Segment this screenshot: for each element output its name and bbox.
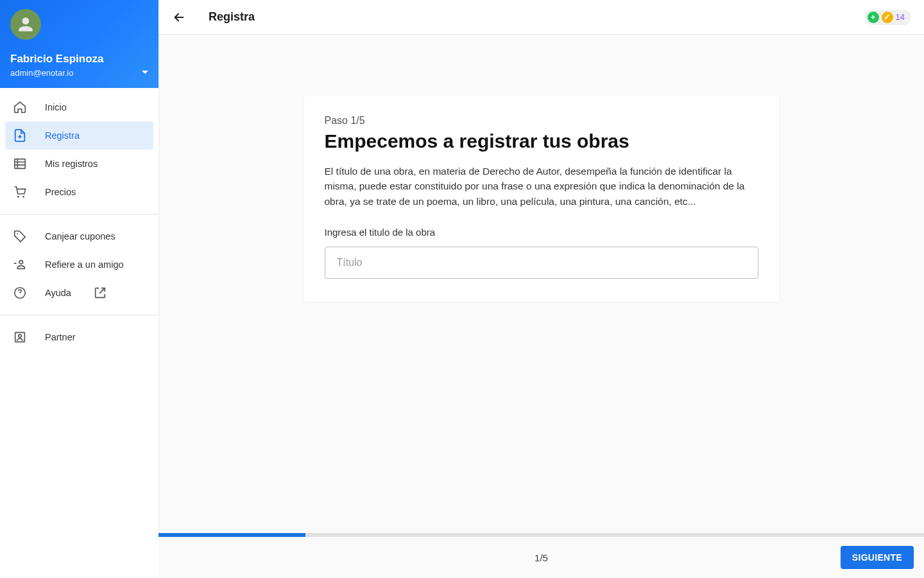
topbar: Registra + ✓ 14: [158, 0, 924, 35]
sidebar-item-ayuda[interactable]: Ayuda: [0, 279, 158, 307]
arrow-left-icon: [172, 10, 186, 24]
sidebar-item-label: Registra: [45, 130, 80, 141]
footer-step: 1/5: [535, 552, 548, 563]
sidebar-item-canjear[interactable]: Canjear cupones: [0, 222, 158, 250]
chevron-down-icon: [142, 71, 148, 74]
card-title: Empecemos a registrar tus obras: [325, 130, 758, 152]
sidebar-header: Fabricio Espinoza admin@enotar.io: [0, 0, 158, 88]
sidebar-item-mis-registros[interactable]: Mis registros: [0, 150, 158, 178]
sidebar-item-partner[interactable]: Partner: [0, 323, 158, 351]
external-link-icon: [93, 286, 107, 300]
user-email: admin@enotar.io: [10, 68, 103, 78]
input-label: Ingresa el titulo de la obra: [325, 227, 758, 238]
step-label: Paso 1/5: [325, 115, 758, 127]
sidebar-item-label: Inicio: [45, 102, 67, 112]
sidebar-item-precios[interactable]: Precios: [0, 178, 158, 206]
register-icon: [13, 128, 27, 143]
sidebar-item-label: Ayuda: [45, 288, 71, 298]
svg-point-2: [22, 196, 24, 198]
coins-count: 14: [896, 12, 905, 22]
next-button[interactable]: SIGUIENTE: [841, 546, 914, 569]
svg-point-7: [19, 335, 22, 338]
sidebar-item-refiere[interactable]: Refiere a un amigo: [0, 250, 158, 279]
tag-icon: [13, 229, 27, 243]
title-input[interactable]: [325, 247, 758, 279]
nav-primary: Inicio Registra Mis registros Precios: [0, 88, 158, 211]
card-description: El título de una obra, en materia de Der…: [325, 164, 758, 209]
group-add-icon: [13, 258, 27, 272]
footer: 1/5 SIGUIENTE: [158, 537, 924, 578]
sidebar: Fabricio Espinoza admin@enotar.io Inicio…: [0, 0, 158, 578]
avatar[interactable]: [10, 9, 41, 40]
svg-point-3: [17, 233, 18, 234]
sidebar-item-label: Mis registros: [45, 159, 98, 169]
content: Paso 1/5 Empecemos a registrar tus obras…: [158, 35, 924, 578]
sidebar-item-label: Refiere a un amigo: [45, 259, 124, 270]
coins-pill[interactable]: + ✓ 14: [865, 10, 911, 25]
sidebar-item-registra[interactable]: Registra: [5, 121, 153, 150]
user-name: Fabricio Espinoza: [10, 53, 103, 66]
sidebar-item-label: Partner: [45, 332, 76, 342]
home-icon: [13, 100, 27, 114]
sidebar-item-inicio[interactable]: Inicio: [0, 93, 158, 121]
back-button[interactable]: [171, 10, 187, 25]
list-icon: [13, 157, 27, 171]
coin-icon: ✓: [882, 12, 893, 23]
sidebar-item-label: Canjear cupones: [45, 231, 116, 241]
svg-point-4: [19, 261, 23, 265]
nav-secondary: Canjear cupones Refiere a un amigo Ayuda: [0, 217, 158, 312]
page-title: Registra: [209, 10, 255, 24]
cart-icon: [13, 185, 27, 199]
svg-point-1: [17, 196, 19, 198]
plus-badge: +: [868, 12, 879, 23]
partner-icon: [13, 330, 27, 344]
nav-tertiary: Partner: [0, 318, 158, 356]
user-row[interactable]: Fabricio Espinoza admin@enotar.io: [10, 53, 148, 78]
divider: [0, 315, 158, 315]
sidebar-item-label: Precios: [45, 187, 76, 197]
person-icon: [15, 14, 36, 35]
help-icon: [13, 286, 27, 300]
main-area: Registra + ✓ 14 Paso 1/5 Empecemos a reg…: [158, 0, 924, 578]
svg-rect-0: [15, 159, 26, 169]
divider: [0, 214, 158, 215]
form-card: Paso 1/5 Empecemos a registrar tus obras…: [304, 96, 779, 302]
